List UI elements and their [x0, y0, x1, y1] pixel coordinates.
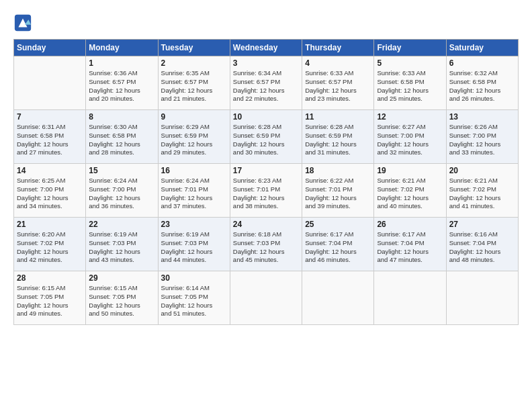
day-info: Sunrise: 6:14 AM Sunset: 7:05 PM Dayligh… — [161, 284, 227, 318]
calendar-cell: 13Sunrise: 6:26 AM Sunset: 7:00 PM Dayli… — [446, 110, 518, 164]
calendar-cell: 6Sunrise: 6:32 AM Sunset: 6:58 PM Daylig… — [446, 56, 518, 110]
day-number: 26 — [377, 220, 443, 229]
day-number: 10 — [233, 112, 299, 122]
logo-icon — [13, 13, 32, 32]
day-info: Sunrise: 6:35 AM Sunset: 6:57 PM Dayligh… — [161, 69, 227, 103]
calendar-cell: 9Sunrise: 6:29 AM Sunset: 6:59 PM Daylig… — [158, 110, 230, 164]
calendar-cell: 11Sunrise: 6:28 AM Sunset: 6:59 PM Dayli… — [302, 110, 374, 164]
weekday-header: Tuesday — [158, 40, 230, 56]
calendar-cell: 19Sunrise: 6:21 AM Sunset: 7:02 PM Dayli… — [374, 164, 446, 218]
calendar-cell: 28Sunrise: 6:15 AM Sunset: 7:05 PM Dayli… — [14, 271, 86, 325]
day-number: 24 — [233, 220, 299, 229]
calendar-cell: 14Sunrise: 6:25 AM Sunset: 7:00 PM Dayli… — [14, 164, 86, 218]
day-info: Sunrise: 6:30 AM Sunset: 6:58 PM Dayligh… — [89, 123, 154, 157]
day-info: Sunrise: 6:24 AM Sunset: 7:00 PM Dayligh… — [89, 177, 154, 211]
calendar-cell: 30Sunrise: 6:14 AM Sunset: 7:05 PM Dayli… — [158, 271, 230, 325]
day-number: 18 — [305, 166, 371, 175]
calendar-week-row: 28Sunrise: 6:15 AM Sunset: 7:05 PM Dayli… — [14, 271, 519, 325]
page: SundayMondayTuesdayWednesdayThursdayFrid… — [0, 0, 532, 411]
day-number: 2 — [161, 58, 227, 68]
calendar-cell: 18Sunrise: 6:22 AM Sunset: 7:01 PM Dayli… — [302, 164, 374, 218]
day-info: Sunrise: 6:32 AM Sunset: 6:58 PM Dayligh… — [449, 69, 515, 103]
day-info: Sunrise: 6:34 AM Sunset: 6:57 PM Dayligh… — [233, 69, 299, 103]
weekday-header: Friday — [374, 40, 446, 56]
day-number: 23 — [161, 220, 227, 229]
calendar-week-row: 7Sunrise: 6:31 AM Sunset: 6:58 PM Daylig… — [14, 110, 519, 164]
day-info: Sunrise: 6:16 AM Sunset: 7:04 PM Dayligh… — [449, 230, 515, 265]
day-info: Sunrise: 6:19 AM Sunset: 7:03 PM Dayligh… — [161, 230, 227, 265]
day-number: 8 — [89, 112, 154, 122]
day-number: 27 — [449, 220, 515, 229]
day-info: Sunrise: 6:27 AM Sunset: 7:00 PM Dayligh… — [377, 123, 443, 157]
day-info: Sunrise: 6:23 AM Sunset: 7:01 PM Dayligh… — [233, 177, 299, 211]
calendar-cell: 15Sunrise: 6:24 AM Sunset: 7:00 PM Dayli… — [86, 164, 158, 218]
calendar-cell: 10Sunrise: 6:28 AM Sunset: 6:59 PM Dayli… — [230, 110, 302, 164]
calendar-cell — [302, 271, 374, 325]
day-info: Sunrise: 6:19 AM Sunset: 7:03 PM Dayligh… — [89, 230, 154, 265]
day-number: 30 — [161, 273, 227, 283]
day-info: Sunrise: 6:18 AM Sunset: 7:03 PM Dayligh… — [233, 230, 299, 265]
day-number: 5 — [377, 58, 443, 68]
day-info: Sunrise: 6:15 AM Sunset: 7:05 PM Dayligh… — [17, 284, 83, 318]
day-number: 4 — [305, 58, 371, 68]
calendar-cell: 7Sunrise: 6:31 AM Sunset: 6:58 PM Daylig… — [14, 110, 86, 164]
day-number: 14 — [17, 166, 83, 175]
calendar-cell: 29Sunrise: 6:15 AM Sunset: 7:05 PM Dayli… — [86, 271, 158, 325]
calendar-week-row: 21Sunrise: 6:20 AM Sunset: 7:02 PM Dayli… — [14, 218, 519, 271]
day-number: 28 — [17, 273, 83, 283]
calendar-cell: 25Sunrise: 6:17 AM Sunset: 7:04 PM Dayli… — [302, 218, 374, 271]
calendar-cell: 5Sunrise: 6:33 AM Sunset: 6:58 PM Daylig… — [374, 56, 446, 110]
day-number: 12 — [377, 112, 443, 122]
calendar-cell: 2Sunrise: 6:35 AM Sunset: 6:57 PM Daylig… — [158, 56, 230, 110]
calendar-cell — [446, 271, 518, 325]
day-number: 11 — [305, 112, 371, 122]
day-number: 19 — [377, 166, 443, 175]
day-number: 17 — [233, 166, 299, 175]
day-info: Sunrise: 6:26 AM Sunset: 7:00 PM Dayligh… — [449, 123, 515, 157]
day-info: Sunrise: 6:15 AM Sunset: 7:05 PM Dayligh… — [89, 284, 154, 318]
day-number: 6 — [449, 58, 515, 68]
day-number: 21 — [17, 220, 83, 229]
weekday-header: Monday — [86, 40, 158, 56]
calendar-cell: 17Sunrise: 6:23 AM Sunset: 7:01 PM Dayli… — [230, 164, 302, 218]
weekday-header: Wednesday — [230, 40, 302, 56]
calendar-cell: 27Sunrise: 6:16 AM Sunset: 7:04 PM Dayli… — [446, 218, 518, 271]
calendar-cell: 12Sunrise: 6:27 AM Sunset: 7:00 PM Dayli… — [374, 110, 446, 164]
day-number: 13 — [449, 112, 515, 122]
day-info: Sunrise: 6:17 AM Sunset: 7:04 PM Dayligh… — [305, 230, 371, 265]
header — [13, 13, 519, 32]
day-number: 7 — [17, 112, 83, 122]
calendar-cell: 24Sunrise: 6:18 AM Sunset: 7:03 PM Dayli… — [230, 218, 302, 271]
calendar-cell: 22Sunrise: 6:19 AM Sunset: 7:03 PM Dayli… — [86, 218, 158, 271]
day-number: 20 — [449, 166, 515, 175]
weekday-header: Sunday — [14, 40, 86, 56]
day-info: Sunrise: 6:33 AM Sunset: 6:58 PM Dayligh… — [377, 69, 443, 103]
day-info: Sunrise: 6:25 AM Sunset: 7:00 PM Dayligh… — [17, 177, 83, 211]
day-info: Sunrise: 6:17 AM Sunset: 7:04 PM Dayligh… — [377, 230, 443, 265]
day-info: Sunrise: 6:33 AM Sunset: 6:57 PM Dayligh… — [305, 69, 371, 103]
day-number: 9 — [161, 112, 227, 122]
calendar-week-row: 1Sunrise: 6:36 AM Sunset: 6:57 PM Daylig… — [14, 56, 519, 110]
weekday-header-row: SundayMondayTuesdayWednesdayThursdayFrid… — [14, 40, 519, 56]
logo — [13, 13, 34, 32]
day-number: 16 — [161, 166, 227, 175]
day-info: Sunrise: 6:21 AM Sunset: 7:02 PM Dayligh… — [449, 177, 515, 211]
calendar-cell — [374, 271, 446, 325]
day-number: 15 — [89, 166, 154, 175]
calendar-cell: 16Sunrise: 6:24 AM Sunset: 7:01 PM Dayli… — [158, 164, 230, 218]
day-number: 25 — [305, 220, 371, 229]
calendar-cell: 8Sunrise: 6:30 AM Sunset: 6:58 PM Daylig… — [86, 110, 158, 164]
day-info: Sunrise: 6:29 AM Sunset: 6:59 PM Dayligh… — [161, 123, 227, 157]
day-number: 22 — [89, 220, 154, 229]
day-info: Sunrise: 6:24 AM Sunset: 7:01 PM Dayligh… — [161, 177, 227, 211]
calendar-cell: 20Sunrise: 6:21 AM Sunset: 7:02 PM Dayli… — [446, 164, 518, 218]
weekday-header: Thursday — [302, 40, 374, 56]
calendar-cell: 3Sunrise: 6:34 AM Sunset: 6:57 PM Daylig… — [230, 56, 302, 110]
calendar-cell: 4Sunrise: 6:33 AM Sunset: 6:57 PM Daylig… — [302, 56, 374, 110]
calendar-cell: 23Sunrise: 6:19 AM Sunset: 7:03 PM Dayli… — [158, 218, 230, 271]
calendar-cell — [230, 271, 302, 325]
day-info: Sunrise: 6:28 AM Sunset: 6:59 PM Dayligh… — [233, 123, 299, 157]
calendar-cell: 1Sunrise: 6:36 AM Sunset: 6:57 PM Daylig… — [86, 56, 158, 110]
day-info: Sunrise: 6:22 AM Sunset: 7:01 PM Dayligh… — [305, 177, 371, 211]
day-number: 3 — [233, 58, 299, 68]
